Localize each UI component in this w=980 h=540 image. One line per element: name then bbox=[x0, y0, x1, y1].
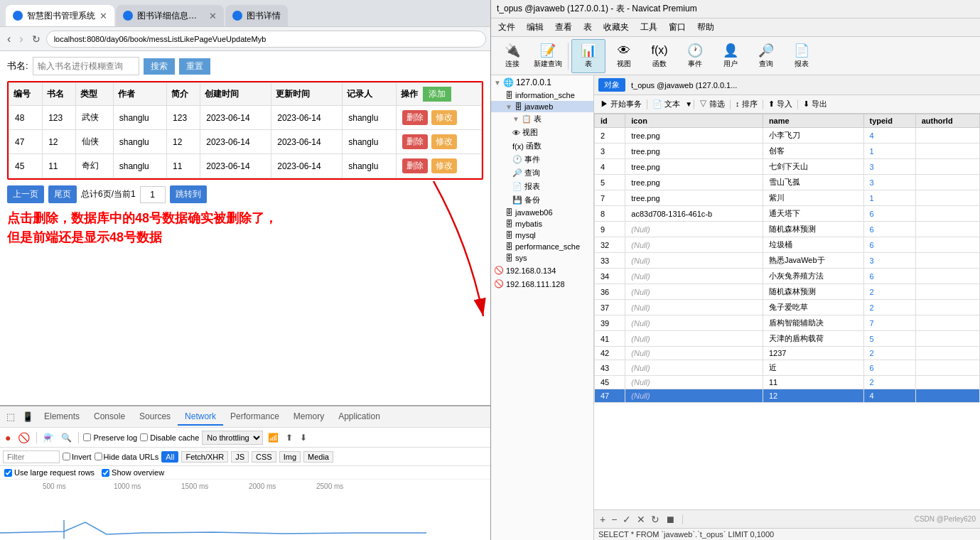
navicat-table-row[interactable]: 41 (Null) 天津的盾构载荷 5 bbox=[595, 331, 980, 347]
tab-elements[interactable]: Elements bbox=[37, 409, 87, 426]
prev-page-btn[interactable]: 上一页 bbox=[7, 185, 44, 203]
filter-input[interactable] bbox=[3, 450, 60, 463]
sidebar-backup[interactable]: 💾 备份 bbox=[491, 193, 593, 207]
use-large-checkbox[interactable] bbox=[4, 469, 12, 477]
tool-user[interactable]: 👤 用户 bbox=[714, 39, 748, 73]
use-large-label[interactable]: Use large request rows bbox=[4, 468, 95, 477]
edit-btn[interactable]: 修改 bbox=[431, 158, 457, 173]
page-input[interactable] bbox=[140, 186, 166, 203]
navicat-table-row[interactable]: 34 (Null) 小灰兔养殖方法 6 bbox=[595, 269, 980, 284]
address-input[interactable] bbox=[46, 31, 486, 48]
filter-data-btn[interactable]: ▽ 筛选 bbox=[696, 97, 728, 111]
tab-2[interactable]: 图书详细信息列表 ✕ bbox=[116, 5, 224, 26]
forward-btn[interactable]: › bbox=[16, 31, 26, 47]
menu-table[interactable]: 表 bbox=[578, 19, 598, 36]
tab-network[interactable]: Network bbox=[178, 409, 223, 426]
navicat-table-row[interactable]: 43 (Null) 近 6 bbox=[595, 360, 980, 376]
filter-fetch-xhr[interactable]: Fetch/XHR bbox=[181, 451, 228, 463]
tab-memory[interactable]: Memory bbox=[286, 409, 331, 426]
menu-edit[interactable]: 编辑 bbox=[521, 19, 549, 36]
sidebar-performance-schema[interactable]: 🗄 performance_sche bbox=[491, 241, 593, 252]
navicat-table-row[interactable]: 47 (Null) 12 4 bbox=[595, 389, 980, 403]
preserve-log-label[interactable]: Preserve log bbox=[83, 433, 137, 442]
show-overview-checkbox[interactable] bbox=[102, 469, 109, 477]
search-button[interactable]: 搜索 bbox=[144, 58, 175, 75]
throttle-select[interactable]: No throttling bbox=[202, 431, 263, 445]
filter-img[interactable]: Img bbox=[279, 451, 301, 463]
sidebar-mybatis[interactable]: 🗄 mybatis bbox=[491, 218, 593, 230]
sidebar-functions[interactable]: f(x) 函数 bbox=[491, 139, 593, 153]
navicat-table-row[interactable]: 36 (Null) 随机森林预测 2 bbox=[595, 284, 980, 300]
clear-btn[interactable]: 🚫 bbox=[16, 431, 32, 444]
text-btn[interactable]: 📄 文本 bbox=[649, 97, 684, 111]
navicat-table-row[interactable]: 7 tree.png 紫川 1 bbox=[595, 190, 980, 206]
tab-3[interactable]: 图书详情 bbox=[225, 5, 288, 26]
sidebar-views[interactable]: 👁 视图 bbox=[491, 126, 593, 139]
tab-2-close[interactable]: ✕ bbox=[209, 11, 217, 21]
filter-all[interactable]: All bbox=[161, 451, 178, 463]
navicat-table-row[interactable]: 4 tree.png 七剑下天山 3 bbox=[595, 159, 980, 175]
filter-btn[interactable]: ⚗️ bbox=[41, 432, 56, 443]
menu-view[interactable]: 查看 bbox=[549, 19, 578, 36]
tab-1[interactable]: 智慧图书管理系统 ✕ bbox=[6, 5, 114, 26]
tab-performance[interactable]: Performance bbox=[223, 409, 286, 426]
reset-button[interactable]: 重置 bbox=[179, 58, 210, 75]
search-network-btn[interactable]: 🔍 bbox=[59, 432, 74, 443]
tool-new-query[interactable]: 📝 新建查询 bbox=[531, 39, 565, 73]
sidebar-tables[interactable]: ▼ 📋 表 bbox=[491, 112, 593, 126]
show-overview-label[interactable]: Show overview bbox=[102, 468, 164, 477]
tab-1-close[interactable]: ✕ bbox=[99, 11, 107, 21]
navicat-table-row[interactable]: 42 (Null) 1237 2 bbox=[595, 347, 980, 360]
wifi-btn[interactable]: 📶 bbox=[266, 432, 281, 443]
devtools-icon-device[interactable]: 📱 bbox=[18, 410, 37, 423]
filter-css[interactable]: CSS bbox=[252, 451, 276, 463]
menu-help[interactable]: 帮助 bbox=[691, 19, 720, 36]
begin-transaction-btn[interactable]: ▶ 开始事务 bbox=[597, 97, 645, 111]
export-btn[interactable]: ⬇ bbox=[298, 432, 309, 443]
navicat-table-row[interactable]: 5 tree.png 雪山飞孤 3 bbox=[595, 175, 980, 190]
filter-js[interactable]: JS bbox=[231, 451, 249, 463]
tab-sources[interactable]: Sources bbox=[132, 409, 178, 426]
tool-event[interactable]: 🕐 事件 bbox=[678, 39, 712, 73]
stop-btn[interactable]: ⏹ bbox=[664, 514, 677, 525]
sidebar-javaweb06[interactable]: 🗄 javaweb06 bbox=[491, 207, 593, 218]
sidebar-reports[interactable]: 📄 报表 bbox=[491, 180, 593, 193]
back-btn[interactable]: ‹ bbox=[4, 31, 14, 47]
sidebar-queries[interactable]: 🔎 查询 bbox=[491, 166, 593, 180]
devtools-icon-inspect[interactable]: ⬚ bbox=[3, 410, 18, 423]
edit-btn[interactable]: 修改 bbox=[431, 110, 457, 125]
preserve-log-checkbox[interactable] bbox=[83, 433, 91, 441]
tool-view[interactable]: 👁 视图 bbox=[607, 39, 641, 73]
navicat-table-row[interactable]: 37 (Null) 兔子爱吃草 2 bbox=[595, 300, 980, 315]
navicat-table-row[interactable]: 8 ac83d708-1316-461c-b 通天塔下 6 bbox=[595, 206, 980, 222]
sidebar-server-1[interactable]: ▼ 🌐 127.0.0.1 bbox=[491, 75, 593, 90]
add-button[interactable]: 添加 bbox=[423, 87, 451, 102]
navicat-table-row[interactable]: 45 (Null) 11 2 bbox=[595, 376, 980, 389]
navicat-table-row[interactable]: 32 (Null) 垃圾桶 6 bbox=[595, 237, 980, 253]
navicat-table-row[interactable]: 39 (Null) 盾构智能辅助决 7 bbox=[595, 315, 980, 331]
goto-btn[interactable]: 跳转到 bbox=[170, 185, 207, 203]
edit-btn[interactable]: 修改 bbox=[431, 134, 457, 149]
tool-report[interactable]: 📄 报表 bbox=[785, 39, 819, 73]
sidebar-info-schema[interactable]: 🗄 information_sche bbox=[491, 90, 593, 101]
navicat-table-row[interactable]: 2 tree.png 小李飞刀 4 bbox=[595, 128, 980, 144]
data-table-wrap[interactable]: id icon name typeid authorId 2 tree.png … bbox=[594, 114, 980, 509]
menu-tools[interactable]: 工具 bbox=[635, 19, 663, 36]
tool-function[interactable]: f(x) 函数 bbox=[642, 39, 677, 73]
delete-row-btn[interactable]: − bbox=[610, 514, 618, 525]
import-btn-nav[interactable]: ⬆ 导入 bbox=[765, 97, 796, 111]
delete-btn[interactable]: 删除 bbox=[402, 158, 428, 173]
hide-data-urls-checkbox[interactable] bbox=[95, 453, 102, 460]
menu-favorites[interactable]: 收藏夹 bbox=[598, 19, 635, 36]
disable-cache-label[interactable]: Disable cache bbox=[140, 433, 199, 442]
add-row-btn[interactable]: + bbox=[598, 514, 607, 525]
sidebar-events[interactable]: 🕐 事件 bbox=[491, 153, 593, 166]
navicat-table-row[interactable]: 3 tree.png 创客 1 bbox=[595, 144, 980, 159]
sidebar-mysql[interactable]: 🗄 mysql bbox=[491, 230, 593, 241]
apply-btn[interactable]: ✓ bbox=[621, 514, 632, 525]
disable-cache-checkbox[interactable] bbox=[140, 433, 148, 441]
menu-file[interactable]: 文件 bbox=[492, 19, 521, 36]
last-page-btn[interactable]: 尾页 bbox=[48, 185, 77, 203]
import-btn[interactable]: ⬆ bbox=[284, 432, 295, 443]
delete-btn[interactable]: 删除 bbox=[402, 110, 428, 125]
